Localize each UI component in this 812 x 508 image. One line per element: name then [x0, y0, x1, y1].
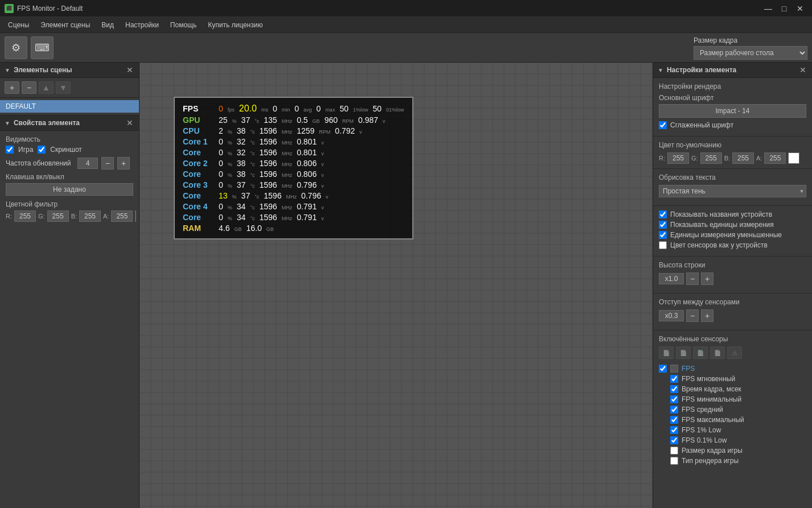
cpu-rpm: 1259 — [297, 126, 314, 135]
sensor-gap-plus[interactable]: + — [701, 309, 713, 322]
text-outline-select[interactable]: Простая тень — [659, 185, 806, 197]
fps-max-label: FPS максимальный — [682, 416, 744, 424]
right-color-b[interactable] — [732, 152, 754, 164]
sensors-section: Включённые сенсоры 📄 📄 📄 📄 ⚠ FPS FPS мгн… — [653, 331, 812, 473]
right-color-r[interactable] — [667, 152, 689, 164]
sensor-color-checkbox[interactable] — [659, 241, 667, 249]
game-label: Игра — [18, 146, 33, 154]
cpu-label: CPU — [183, 126, 214, 135]
row-height-plus[interactable]: + — [701, 272, 713, 285]
menu-settings[interactable]: Настройки — [120, 19, 165, 31]
sensor-tool-2[interactable]: 📄 — [676, 346, 691, 359]
color-a[interactable] — [111, 210, 133, 222]
settings-icon: ⚙ — [11, 42, 20, 54]
minimize-button[interactable]: — — [761, 2, 776, 15]
ram-total: 16.0 — [246, 224, 261, 233]
sensor-tool-1[interactable]: 📄 — [659, 346, 674, 359]
ram-row: RAM 4.6 GB 16.0 GB — [183, 224, 404, 233]
fps-min: 0 — [273, 104, 277, 113]
ram-total-unit: GB — [266, 226, 274, 232]
fps-max-unit: max — [325, 107, 335, 113]
right-color-g[interactable] — [700, 152, 722, 164]
fps-render-type-checkbox[interactable] — [670, 457, 678, 465]
fps-avg-checkbox[interactable] — [670, 406, 678, 414]
fps-instant-checkbox[interactable] — [670, 375, 678, 383]
keyboard-toolbar-btn[interactable]: ⌨ — [31, 36, 54, 59]
menu-scene-element[interactable]: Элемент сцены — [35, 19, 96, 31]
fps-1low: 50 — [339, 104, 348, 113]
screenshot-label: Скриншот — [50, 146, 81, 154]
right-toggle[interactable]: ▼ — [658, 67, 663, 73]
fps-frame-size-checkbox[interactable] — [670, 447, 678, 455]
frame-size-select[interactable]: Размер рабочего стола — [694, 46, 807, 60]
sensor-tool-4[interactable]: 📄 — [710, 346, 725, 359]
gpu-load-unit: % — [232, 118, 237, 124]
hotkey-label: Клавиша вкл/выкл — [6, 173, 133, 181]
settings-toolbar-btn[interactable]: ⚙ — [5, 36, 27, 59]
update-rate-minus[interactable]: − — [101, 157, 114, 170]
sensor-gap-minus[interactable]: − — [686, 309, 699, 322]
app-icon: ⬛ — [5, 4, 14, 13]
move-down-btn[interactable]: ▼ — [56, 81, 71, 94]
menu-help[interactable]: Помощь — [165, 19, 202, 31]
fps-min-checkbox[interactable] — [670, 395, 678, 403]
cpu-load: 2 — [219, 126, 223, 135]
update-rate-plus[interactable]: + — [117, 157, 130, 170]
fps-01low: 50 — [372, 104, 382, 113]
smooth-font-item: Сглаженный шрифт — [659, 121, 806, 129]
close-button[interactable]: ✕ — [793, 2, 807, 15]
right-color-a[interactable] — [764, 152, 786, 164]
move-up-btn[interactable]: ▲ — [39, 81, 54, 94]
scene-elements-close[interactable]: ✕ — [125, 65, 134, 75]
show-units-checkbox[interactable] — [659, 221, 667, 229]
fps-01low-checkbox[interactable] — [670, 436, 678, 444]
sensor-tool-3[interactable]: 📄 — [693, 346, 708, 359]
add-scene-btn[interactable]: + — [5, 81, 19, 94]
sensors-toolbar: 📄 📄 📄 📄 ⚠ — [659, 346, 806, 359]
font-select-btn[interactable]: Impact - 14 — [659, 104, 806, 118]
text-outline-select-wrap: Простая тень ▼ — [659, 185, 806, 197]
fps-max-checkbox[interactable] — [670, 416, 678, 424]
fps-group-checkbox[interactable] — [659, 365, 667, 373]
props-close[interactable]: ✕ — [125, 118, 134, 127]
fps-sensor-group: FPS FPS мгновенный Время кадра, мсек FPS… — [659, 364, 806, 466]
screenshot-checkbox[interactable] — [38, 146, 46, 154]
row-height-minus[interactable]: − — [686, 272, 699, 285]
menu-buy-license[interactable]: Купить лицензию — [202, 19, 268, 31]
gpu-temp: 37 — [241, 115, 251, 125]
scene-elements-toggle[interactable]: ▼ — [5, 67, 10, 73]
smooth-font-checkbox[interactable] — [659, 121, 667, 129]
props-toggle[interactable]: ▼ — [5, 120, 10, 126]
fps-1low-checkbox[interactable] — [670, 426, 678, 434]
canvas-area: FPS 0 fps 20.0 ms 0 min 0 avg 0 max 50 1… — [140, 63, 653, 508]
maximize-button[interactable]: □ — [777, 2, 792, 15]
sensor-tool-5[interactable]: ⚠ — [727, 346, 742, 359]
default-color-row: R: G: B: A: — [659, 152, 806, 164]
menu-scenes[interactable]: Сцены — [2, 19, 35, 31]
fps-render-type-label: Тип рендера игры — [682, 457, 739, 465]
color-b[interactable] — [79, 210, 101, 222]
titlebar: ⬛ FPS Monitor - Default — □ ✕ — [0, 0, 812, 17]
color-r[interactable] — [14, 210, 36, 222]
color-g[interactable] — [47, 210, 69, 222]
ram-used: 4.6 — [219, 224, 229, 233]
titlebar-controls[interactable]: — □ ✕ — [761, 2, 807, 15]
update-rate-row: Частота обновлений 4 − + — [6, 157, 133, 170]
menu-view[interactable]: Вид — [96, 19, 120, 31]
toolbar: ⚙ ⌨ Размер кадра Размер рабочего стола — [0, 33, 812, 63]
sensor-gap-value: x0.3 — [659, 310, 684, 321]
visibility-section: Видимость Игра Скриншот Частота обновлен… — [0, 131, 139, 226]
show-device-names-checkbox[interactable] — [659, 210, 667, 218]
small-units-checkbox[interactable] — [659, 231, 667, 239]
gpu-rpm-unit: RPM — [342, 118, 354, 124]
hotkey-btn[interactable]: Не задано — [6, 183, 133, 196]
game-checkbox[interactable] — [6, 146, 14, 154]
fps-ms-unit: ms — [261, 107, 268, 113]
fps-frametime-checkbox[interactable] — [670, 385, 678, 393]
scene-item-default[interactable]: DEFAULT — [0, 100, 139, 113]
visibility-label: Видимость — [6, 135, 133, 143]
right-panel-close[interactable]: ✕ — [798, 65, 807, 75]
fps-01low-unit: 01%low — [386, 107, 404, 113]
remove-scene-btn[interactable]: − — [22, 81, 36, 94]
fps-01low-label: FPS 0.1% Low — [682, 436, 727, 444]
